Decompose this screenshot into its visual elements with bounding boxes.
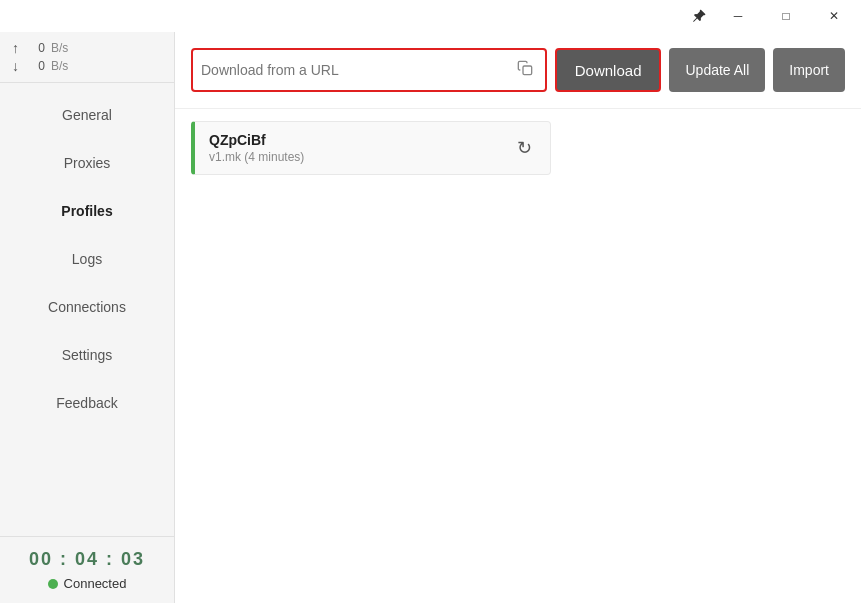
download-value: 0 bbox=[25, 59, 45, 73]
copy-icon-button[interactable] bbox=[513, 58, 537, 82]
download-unit: B/s bbox=[51, 59, 68, 73]
sidebar-bottom: 00 : 04 : 03 Connected bbox=[0, 536, 174, 603]
svg-rect-0 bbox=[523, 66, 532, 75]
import-button[interactable]: Import bbox=[773, 48, 845, 92]
app-body: ↑ 0 B/s ↓ 0 B/s General Proxies Profiles… bbox=[0, 32, 861, 603]
status-label: Connected bbox=[64, 576, 127, 591]
update-all-button[interactable]: Update All bbox=[669, 48, 765, 92]
close-button[interactable]: ✕ bbox=[811, 0, 857, 32]
title-bar: ─ □ ✕ bbox=[0, 0, 861, 32]
url-input-wrapper bbox=[191, 48, 547, 92]
profile-meta: v1.mk (4 minutes) bbox=[209, 150, 513, 164]
connection-status: Connected bbox=[12, 576, 162, 591]
sidebar-item-feedback[interactable]: Feedback bbox=[8, 381, 166, 425]
minimize-button[interactable]: ─ bbox=[715, 0, 761, 32]
window-controls: ─ □ ✕ bbox=[715, 0, 857, 32]
maximize-button[interactable]: □ bbox=[763, 0, 809, 32]
download-arrow: ↓ bbox=[12, 58, 19, 74]
download-stat: ↓ 0 B/s bbox=[12, 58, 162, 74]
main-content: Download Update All Import QZpCiBf v1.mk… bbox=[175, 32, 861, 603]
pin-button[interactable] bbox=[683, 0, 715, 32]
sidebar-item-connections[interactable]: Connections bbox=[8, 285, 166, 329]
sidebar-item-proxies[interactable]: Proxies bbox=[8, 141, 166, 185]
profile-name: QZpCiBf bbox=[209, 132, 513, 148]
traffic-stats: ↑ 0 B/s ↓ 0 B/s bbox=[0, 32, 174, 83]
profile-info: QZpCiBf v1.mk (4 minutes) bbox=[209, 132, 513, 164]
sidebar-item-profiles[interactable]: Profiles bbox=[8, 189, 166, 233]
upload-unit: B/s bbox=[51, 41, 68, 55]
status-dot-icon bbox=[48, 579, 58, 589]
sidebar-item-general[interactable]: General bbox=[8, 93, 166, 137]
upload-arrow: ↑ bbox=[12, 40, 19, 56]
sidebar-item-logs[interactable]: Logs bbox=[8, 237, 166, 281]
upload-value: 0 bbox=[25, 41, 45, 55]
refresh-button[interactable]: ↻ bbox=[513, 133, 536, 163]
url-input[interactable] bbox=[201, 62, 509, 78]
upload-stat: ↑ 0 B/s bbox=[12, 40, 162, 56]
sidebar-item-settings[interactable]: Settings bbox=[8, 333, 166, 377]
download-button[interactable]: Download bbox=[555, 48, 662, 92]
profile-list: QZpCiBf v1.mk (4 minutes) ↻ bbox=[175, 109, 861, 603]
profile-card[interactable]: QZpCiBf v1.mk (4 minutes) ↻ bbox=[191, 121, 551, 175]
timer: 00 : 04 : 03 bbox=[12, 549, 162, 570]
nav-items: General Proxies Profiles Logs Connection… bbox=[0, 83, 174, 536]
top-bar: Download Update All Import bbox=[175, 32, 861, 109]
sidebar: ↑ 0 B/s ↓ 0 B/s General Proxies Profiles… bbox=[0, 32, 175, 603]
